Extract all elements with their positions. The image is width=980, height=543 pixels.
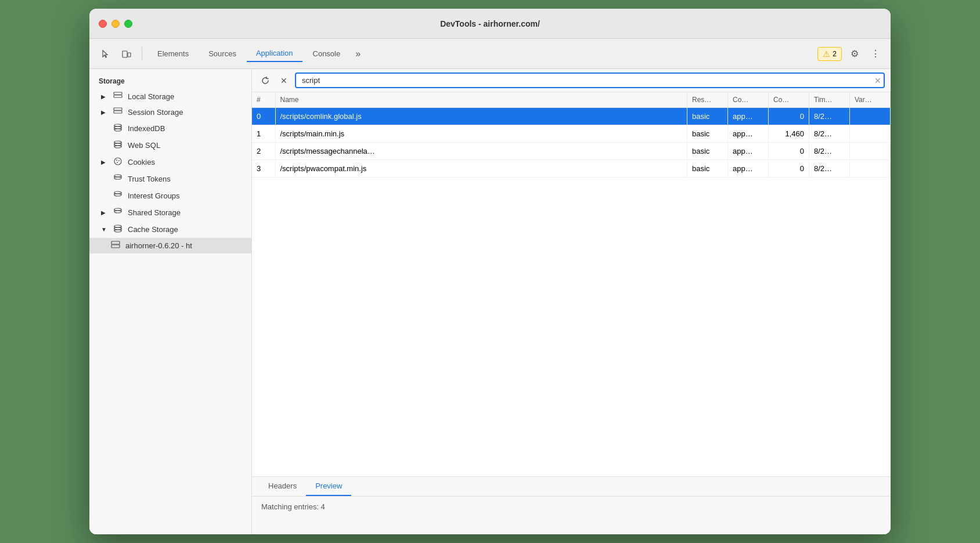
table-row[interactable]: 2 /scripts/messagechannela… basic app… 0…: [252, 143, 891, 160]
table-header-row: # Name Res… Co… Co… Tim… Var…: [252, 92, 891, 108]
trust-tokens-icon: [113, 173, 123, 184]
websql-icon: [113, 140, 123, 151]
tab-more-icon[interactable]: »: [351, 45, 365, 63]
cache-entry-icon: [110, 241, 121, 251]
sidebar-item-local-storage[interactable]: ▶ Local Storage: [89, 89, 251, 104]
tab-bar: Elements Sources Application Console »: [148, 45, 815, 63]
bottom-content: Matching entries: 4: [252, 497, 891, 517]
minimize-button[interactable]: [111, 20, 120, 28]
arrow-icon: ▶: [101, 159, 108, 165]
sidebar-item-interest-groups[interactable]: ▶ Interest Groups: [89, 187, 251, 204]
local-storage-icon: [113, 92, 123, 102]
tab-application[interactable]: Application: [247, 45, 302, 62]
sidebar-item-trust-tokens[interactable]: ▶ Trust Tokens: [89, 171, 251, 187]
cell-var: [850, 160, 891, 178]
settings-icon[interactable]: ⚙: [846, 46, 863, 62]
col-co2[interactable]: Co…: [769, 92, 809, 108]
tab-headers[interactable]: Headers: [259, 477, 306, 496]
svg-rect-5: [114, 111, 122, 113]
col-res[interactable]: Res…: [687, 92, 728, 108]
sidebar-item-indexeddb[interactable]: ▶ IndexedDB: [89, 120, 251, 137]
cell-num: 3: [252, 160, 275, 178]
window-title: DevTools - airhorner.com/: [440, 19, 540, 28]
svg-point-15: [117, 162, 118, 163]
warning-count: 2: [833, 50, 837, 58]
warning-badge[interactable]: ⚠ 2: [817, 47, 842, 61]
table-row[interactable]: 3 /scripts/pwacompat.min.js basic app… 0…: [252, 160, 891, 178]
bottom-panel: Headers Preview Matching entries: 4: [252, 476, 891, 534]
col-tim[interactable]: Tim…: [809, 92, 850, 108]
cell-tim: 8/2…: [809, 160, 850, 178]
search-input[interactable]: [295, 73, 885, 88]
panel: ✕ ✕ # Name Res… Co… Co…: [252, 69, 891, 534]
sidebar-item-session-storage[interactable]: ▶ Session Storage: [89, 104, 251, 120]
tab-elements[interactable]: Elements: [148, 46, 198, 61]
col-var[interactable]: Var…: [850, 92, 891, 108]
svg-point-23: [114, 227, 121, 230]
col-co1[interactable]: Co…: [728, 92, 769, 108]
svg-rect-26: [111, 245, 120, 248]
sidebar-item-label-local-storage: Local Storage: [128, 92, 174, 101]
col-name[interactable]: Name: [275, 92, 687, 108]
svg-point-14: [118, 160, 120, 161]
tab-console[interactable]: Console: [304, 46, 350, 61]
sidebar-item-cache-storage[interactable]: ▼ Cache Storage: [89, 221, 251, 238]
main-toolbar: Elements Sources Application Console » ⚠…: [89, 39, 891, 69]
cache-storage-icon: [113, 224, 123, 235]
sidebar-item-cache-entry[interactable]: airhorner-0.6.20 - ht: [89, 238, 251, 254]
cell-tim: 8/2…: [809, 108, 850, 125]
cell-co2: 0: [769, 108, 809, 125]
svg-point-17: [114, 177, 121, 179]
maximize-button[interactable]: [124, 20, 132, 28]
cell-name: /scripts/main.min.js: [275, 125, 687, 143]
sidebar-item-label-shared-storage: Shared Storage: [128, 208, 181, 217]
sidebar-item-shared-storage[interactable]: ▶ Shared Storage: [89, 204, 251, 221]
cell-num: 1: [252, 125, 275, 143]
svg-rect-4: [114, 108, 122, 110]
warning-icon: ⚠: [823, 49, 830, 59]
sidebar-item-label-websql: Web SQL: [128, 141, 160, 150]
cell-name: /scripts/comlink.global.js: [275, 108, 687, 125]
cursor-tool-icon[interactable]: [96, 45, 115, 63]
interest-groups-icon: [113, 190, 123, 201]
cell-co1: app…: [728, 108, 769, 125]
arrow-icon: ▶: [101, 109, 108, 115]
arrow-icon: ▶: [101, 93, 108, 100]
shared-storage-icon: [113, 207, 123, 218]
svg-rect-2: [114, 92, 122, 95]
sidebar-section-storage: Storage: [89, 74, 251, 89]
sidebar-item-label-session-storage: Session Storage: [128, 108, 183, 117]
cell-res: basic: [687, 125, 728, 143]
cache-table: # Name Res… Co… Co… Tim… Var… 0 /scripts…: [252, 92, 891, 178]
session-storage-icon: [113, 107, 123, 117]
cookies-icon: [113, 157, 123, 168]
device-toggle-icon[interactable]: [117, 45, 136, 63]
svg-point-6: [114, 124, 121, 126]
sidebar-item-label-interest-groups: Interest Groups: [128, 191, 180, 200]
titlebar: DevTools - airhorner.com/: [89, 9, 891, 39]
tab-sources[interactable]: Sources: [199, 46, 246, 61]
matching-entries-label: Matching entries: 4: [261, 502, 325, 511]
svg-point-20: [114, 208, 121, 211]
sidebar-item-label-trust-tokens: Trust Tokens: [128, 175, 171, 183]
cell-co2: 1,460: [769, 125, 809, 143]
table-row[interactable]: 0 /scripts/comlink.global.js basic app… …: [252, 108, 891, 125]
table-row[interactable]: 1 /scripts/main.min.js basic app… 1,460 …: [252, 125, 891, 143]
col-num: #: [252, 92, 275, 108]
more-icon[interactable]: ⋮: [867, 46, 884, 62]
sidebar-item-cookies[interactable]: ▶ Cookies: [89, 154, 251, 171]
svg-point-19: [114, 194, 121, 196]
refresh-button[interactable]: [258, 73, 273, 88]
svg-point-13: [116, 160, 117, 161]
search-clear-icon[interactable]: ✕: [874, 76, 881, 85]
close-button[interactable]: [99, 20, 107, 28]
arrow-icon: ▶: [101, 209, 108, 216]
tab-preview[interactable]: Preview: [306, 477, 351, 496]
cell-num: 2: [252, 143, 275, 160]
sidebar-item-websql[interactable]: ▶ Web SQL: [89, 137, 251, 154]
bottom-tab-bar: Headers Preview: [252, 477, 891, 497]
sidebar-item-label-cache-entry: airhorner-0.6.20 - ht: [125, 241, 192, 250]
toolbar-right: ⚠ 2 ⚙ ⋮: [817, 46, 884, 62]
svg-point-21: [114, 211, 121, 213]
clear-button[interactable]: ✕: [276, 73, 291, 88]
